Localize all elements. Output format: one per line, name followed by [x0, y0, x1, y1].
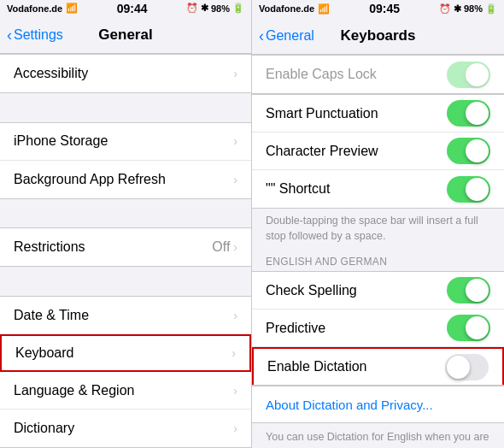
left-status-bar: Vodafone.de 📶 09:44 ⏰ ✱ 98% 🔋 — [0, 0, 251, 17]
character-preview-label: Character Preview — [266, 144, 378, 159]
shortcut-toggle[interactable] — [447, 176, 490, 203]
right-status-bar: Vodafone.de 📶 09:45 ⏰ ✱ 98% 🔋 — [252, 0, 504, 17]
iphone-storage-right: › — [233, 134, 237, 148]
language-region-right: › — [233, 384, 237, 398]
right-nav-back[interactable]: ‹ General — [259, 28, 314, 44]
toggle-row-check-spelling[interactable]: Check Spelling — [252, 272, 504, 309]
right-nav-bar: ‹ General Keyboards — [252, 17, 504, 55]
keyboard-chevron-icon: › — [231, 346, 236, 360]
left-status-left: Vodafone.de 📶 — [7, 3, 78, 14]
left-nav-bar: ‹ Settings General — [0, 17, 251, 54]
list-item-date-time[interactable]: Date & Time › — [0, 297, 251, 334]
check-spelling-toggle[interactable] — [447, 277, 490, 304]
character-preview-toggle[interactable] — [447, 138, 490, 164]
predictive-toggle[interactable] — [447, 315, 490, 341]
restrictions-label: Restrictions — [14, 239, 85, 255]
left-back-chevron-icon: ‹ — [7, 27, 12, 43]
left-nav-back[interactable]: ‹ Settings — [7, 27, 63, 43]
toggle-row-predictive[interactable]: Predictive — [252, 309, 504, 347]
left-alarm-icon: ⏰ — [186, 3, 198, 14]
keyboard-label: Keyboard — [15, 345, 74, 361]
toggle-row-character-preview[interactable]: Character Preview — [252, 133, 504, 170]
iphone-storage-label: iPhone Storage — [14, 133, 108, 149]
smart-punctuation-label: Smart Punctuation — [266, 106, 378, 121]
restrictions-right: Off › — [212, 239, 237, 255]
left-status-right: ⏰ ✱ 98% 🔋 — [186, 3, 244, 14]
main-toggles-section: Smart Punctuation Character Preview "" S… — [252, 94, 504, 209]
right-status-left: Vodafone.de 📶 — [259, 3, 330, 15]
left-time: 09:44 — [117, 2, 148, 15]
right-alarm-icon: ⏰ — [439, 3, 451, 15]
date-time-right: › — [233, 309, 237, 322]
predictive-label: Predictive — [266, 321, 325, 336]
background-app-refresh-label: Background App Refresh — [14, 172, 166, 187]
restrictions-list: Restrictions Off › — [0, 227, 251, 267]
dictation-privacy-link-row[interactable]: About Dictation and Privacy... — [252, 386, 504, 423]
right-battery-icon: 🔋 — [485, 3, 497, 15]
left-back-label[interactable]: Settings — [14, 27, 63, 43]
left-settings-list: Accessibility › — [0, 54, 251, 93]
smart-punctuation-toggle[interactable] — [447, 100, 490, 127]
character-preview-thumb — [466, 139, 489, 162]
enable-dictation-toggle[interactable] — [445, 354, 489, 380]
dictionary-right: › — [233, 421, 237, 435]
restrictions-chevron-icon: › — [233, 240, 237, 254]
storage-refresh-list: iPhone Storage › Background App Refresh … — [0, 122, 251, 199]
caps-lock-label: Enable Caps Lock — [266, 67, 377, 82]
right-panel: Vodafone.de 📶 09:45 ⏰ ✱ 98% 🔋 ‹ General … — [252, 0, 504, 448]
list-item-accessibility[interactable]: Accessibility › — [0, 55, 251, 92]
accessibility-label: Accessibility — [14, 66, 88, 81]
caps-lock-toggle[interactable] — [447, 62, 490, 88]
gap-1 — [0, 93, 251, 122]
right-nav-title: Keyboards — [341, 27, 416, 44]
language-region-label: Language & Region — [14, 383, 134, 398]
iphone-storage-chevron-icon: › — [233, 134, 237, 148]
accessibility-chevron-icon: › — [233, 67, 237, 80]
bottom-note: You can use Dictation for English when y… — [252, 423, 504, 448]
caps-lock-thumb — [466, 63, 489, 86]
smart-punctuation-thumb — [466, 102, 489, 125]
right-carrier: Vodafone.de — [259, 3, 314, 14]
left-signal-icon: 📶 — [66, 3, 78, 14]
restrictions-value: Off — [212, 239, 230, 255]
date-time-chevron-icon: › — [233, 309, 237, 322]
left-panel: Vodafone.de 📶 09:44 ⏰ ✱ 98% 🔋 ‹ Settings… — [0, 0, 252, 448]
lang-toggles-section: Check Spelling Predictive Enable Dictati… — [252, 271, 504, 386]
gap-3 — [0, 267, 251, 296]
toggle-row-shortcut[interactable]: "" Shortcut — [252, 170, 504, 208]
shortcut-label: "" Shortcut — [266, 181, 330, 197]
list-item-background-app-refresh[interactable]: Background App Refresh › — [0, 161, 251, 198]
list-item-restrictions[interactable]: Restrictions Off › — [0, 228, 251, 266]
dictation-privacy-link[interactable]: About Dictation and Privacy... — [266, 398, 433, 412]
toggle-row-caps-lock[interactable]: Enable Caps Lock — [252, 56, 504, 93]
gap-2 — [0, 199, 251, 228]
background-app-refresh-right: › — [233, 173, 237, 186]
dictionary-label: Dictionary — [14, 421, 74, 436]
list-item-iphone-storage[interactable]: iPhone Storage › — [0, 123, 251, 161]
right-back-chevron-icon: ‹ — [259, 28, 264, 44]
section-header-lang: ENGLISH AND GERMAN — [252, 251, 504, 271]
bottom-list: Date & Time › Keyboard › Language & Regi… — [0, 296, 251, 448]
toggle-row-enable-dictation[interactable]: Enable Dictation — [252, 347, 504, 385]
shortcut-note: Double-tapping the space bar will insert… — [252, 209, 504, 251]
keyboard-right: › — [231, 346, 236, 360]
right-status-right: ⏰ ✱ 98% 🔋 — [439, 3, 497, 15]
right-battery-percent: 98% — [464, 3, 483, 14]
language-region-chevron-icon: › — [233, 384, 237, 398]
check-spelling-thumb — [466, 279, 489, 302]
list-item-keyboard[interactable]: Keyboard › — [0, 334, 251, 372]
right-back-label[interactable]: General — [266, 28, 314, 44]
accessibility-right: › — [233, 67, 237, 80]
list-item-dictionary[interactable]: Dictionary › — [0, 410, 251, 447]
caps-lock-section: Enable Caps Lock — [252, 55, 504, 94]
right-time: 09:45 — [369, 2, 400, 15]
toggle-row-smart-punctuation[interactable]: Smart Punctuation — [252, 95, 504, 133]
shortcut-thumb — [466, 178, 489, 201]
enable-dictation-thumb — [447, 356, 470, 379]
list-item-language-region[interactable]: Language & Region › — [0, 372, 251, 410]
predictive-thumb — [466, 316, 489, 339]
right-bluetooth-icon: ✱ — [454, 3, 461, 15]
keyboards-content: Enable Caps Lock Smart Punctuation Chara… — [252, 55, 504, 448]
right-signal-icon: 📶 — [318, 3, 330, 15]
dictionary-chevron-icon: › — [233, 421, 237, 435]
